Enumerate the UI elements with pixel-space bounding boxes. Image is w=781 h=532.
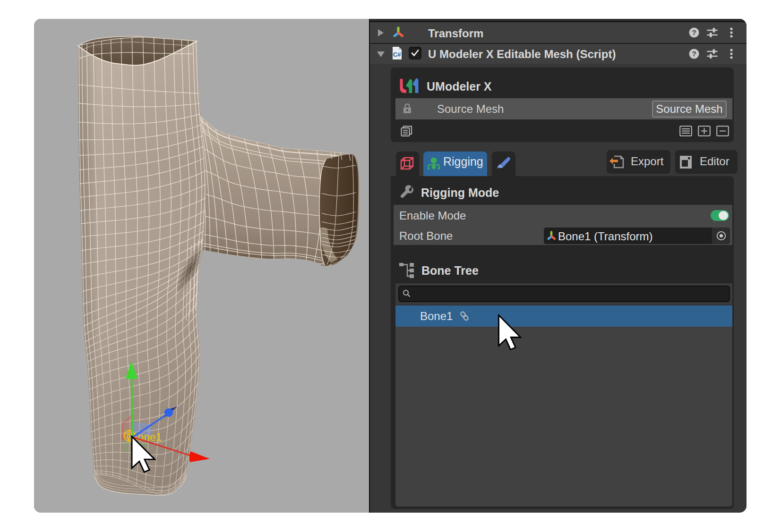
svg-text:C#: C# [393, 51, 401, 58]
svg-text:?: ? [692, 50, 696, 58]
svg-text:?: ? [692, 28, 696, 36]
